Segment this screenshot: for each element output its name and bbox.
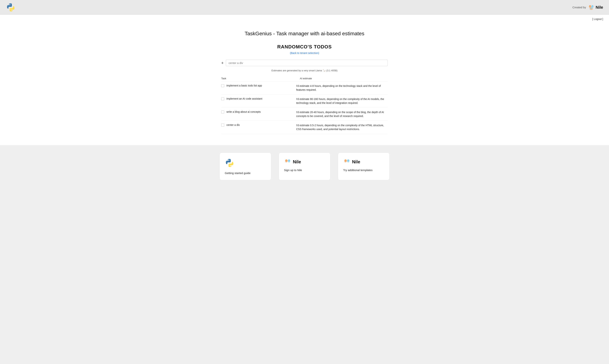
todo-table: Task AI estimate implement a basic todo … [221, 76, 388, 134]
nile-card-icon-1 [284, 158, 291, 166]
task-label-2: write a blog about ai concepts [226, 110, 261, 113]
card-label-sign-up: Sign up to Nile [284, 169, 302, 172]
cards-row: Getting started guide Nile Sign up to Ni… [11, 152, 598, 180]
task-cell-1: implement an AI code assistant [221, 95, 296, 108]
task-cell-0: implement a basic todo list app [221, 81, 296, 95]
created-by-section: Created by Nile [572, 4, 603, 11]
card-label-getting-started: Getting started guide [225, 171, 250, 175]
table-row: implement a basic todo list app I'd esti… [221, 81, 388, 95]
nile-header-icon [588, 4, 595, 11]
ai-estimate-cell-3: I'd estimate 0.5-2 hours, depending on t… [296, 121, 388, 134]
svg-point-4 [589, 5, 591, 6]
table-row: write a blog about ai concepts I'd estim… [221, 108, 388, 121]
python-icon [6, 3, 15, 12]
nile-card-text-2: Nile [352, 159, 360, 164]
task-checkbox-1[interactable] [221, 97, 224, 100]
table-row: implement an AI code assistant I'd estim… [221, 95, 388, 108]
logout-bar: [ Logout ] [0, 15, 609, 23]
nile-card-text-1: Nile [293, 159, 301, 164]
todos-heading: RANDOMCO'S TODOS [221, 44, 388, 50]
nile-card-icon-2 [343, 158, 351, 166]
task-cell-3: center a div [221, 121, 296, 134]
nile-brand-name: Nile [596, 5, 603, 10]
card-getting-started[interactable]: Getting started guide [219, 152, 271, 180]
ai-estimate-cell-0: I'd estimate 4-8 hours, depending on the… [296, 81, 388, 95]
todos-section: RANDOMCO'S TODOS (Back to tenant selecti… [221, 44, 388, 134]
card-label-templates: Try additional templates [343, 169, 373, 172]
python-card-icon [225, 158, 234, 169]
ai-estimate-cell-1: I'd estimate 80-160 hours, depending on … [296, 95, 388, 108]
bottom-section: Getting started guide Nile Sign up to Ni… [0, 145, 609, 191]
svg-point-8 [285, 159, 287, 161]
created-by-label: Created by [572, 6, 586, 9]
task-cell-2: write a blog about ai concepts [221, 108, 296, 121]
table-row: center a div I'd estimate 0.5-2 hours, d… [221, 121, 388, 134]
task-checkbox-0[interactable] [221, 84, 224, 87]
add-todo-input[interactable] [226, 60, 388, 66]
svg-point-9 [288, 159, 290, 161]
task-checkbox-3[interactable] [221, 124, 224, 127]
nile-card-brand-2: Nile [343, 158, 360, 166]
task-label-3: center a div [226, 123, 240, 126]
svg-point-13 [348, 159, 349, 161]
ai-estimate-column-header: AI estimate [296, 76, 388, 81]
svg-point-5 [592, 5, 593, 6]
task-label-1: implement an AI code assistant [226, 97, 262, 100]
main-content: TaskGenius - Task manager with ai-based … [0, 23, 609, 145]
card-templates[interactable]: Nile Try additional templates [338, 152, 390, 180]
add-plus-icon[interactable]: + [221, 61, 224, 65]
nile-card-brand-1: Nile [284, 158, 301, 166]
add-todo-row: + [221, 60, 388, 66]
card-sign-up[interactable]: Nile Sign up to Nile [279, 152, 330, 180]
ai-estimate-cell-2: I'd estimate 20-40 hours, depending on t… [296, 108, 388, 121]
task-column-header: Task [221, 76, 296, 81]
svg-point-3 [590, 7, 592, 9]
task-label-0: implement a basic todo list app [226, 84, 262, 87]
task-checkbox-2[interactable] [221, 110, 224, 114]
nile-logo: Nile [588, 4, 603, 11]
page-title: TaskGenius - Task manager with ai-based … [11, 31, 598, 37]
llama-note: Estimates are generated by a very smart … [221, 69, 388, 72]
header: Created by Nile [0, 0, 609, 15]
svg-point-12 [345, 159, 346, 161]
back-to-tenant-link[interactable]: (Back to tenant selection) [221, 52, 388, 54]
python-logo [6, 3, 15, 12]
logout-button[interactable]: [ Logout ] [592, 18, 603, 21]
